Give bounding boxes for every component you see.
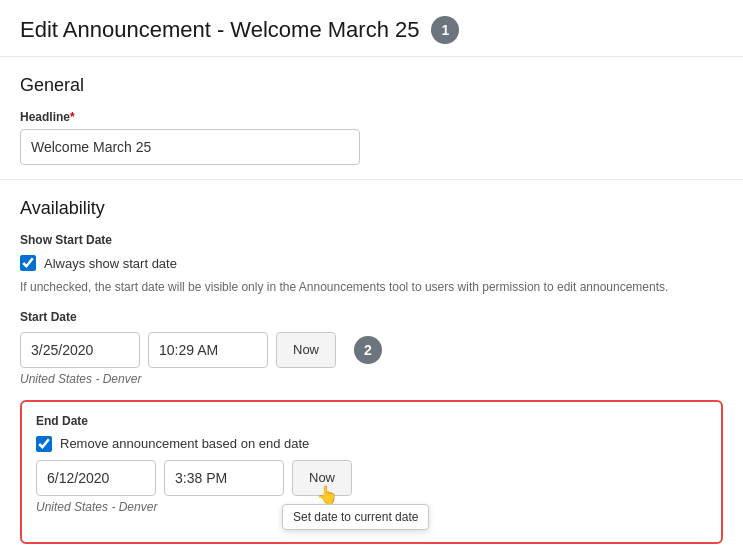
start-date-label: Start Date	[20, 310, 723, 324]
start-timezone: United States - Denver	[20, 372, 723, 386]
end-now-wrapper: Now 👆 Set date to current date	[292, 460, 352, 496]
hint-text: If unchecked, the start date will be vis…	[20, 279, 680, 296]
remove-end-label[interactable]: Remove announcement based on end date	[60, 436, 309, 451]
page-header: Edit Announcement - Welcome March 25 1	[0, 0, 743, 57]
start-date-row: Now 2	[20, 332, 723, 368]
end-time-input[interactable]	[164, 460, 284, 496]
general-section: General Headline*	[0, 57, 743, 179]
page-container: Edit Announcement - Welcome March 25 1 G…	[0, 0, 743, 559]
end-now-button[interactable]: Now	[292, 460, 352, 496]
always-show-row: Always show start date	[20, 255, 723, 271]
availability-section: Availability Show Start Date Always show…	[0, 180, 743, 559]
always-show-checkbox[interactable]	[20, 255, 36, 271]
tooltip: Set date to current date	[282, 504, 429, 530]
remove-announcement-row: Remove announcement based on end date	[36, 436, 707, 452]
end-date-row: Now 👆 Set date to current date	[36, 460, 707, 496]
page-title: Edit Announcement - Welcome March 25	[20, 17, 419, 43]
start-now-button[interactable]: Now	[276, 332, 336, 368]
end-date-input[interactable]	[36, 460, 156, 496]
end-date-box: End Date Remove announcement based on en…	[20, 400, 723, 544]
remove-end-checkbox[interactable]	[36, 436, 52, 452]
badge-1: 1	[431, 16, 459, 44]
general-section-title: General	[20, 75, 723, 96]
badge-2: 2	[354, 336, 382, 364]
availability-section-title: Availability	[20, 198, 723, 219]
end-date-label: End Date	[36, 414, 707, 428]
show-start-date-label: Show Start Date	[20, 233, 723, 247]
start-date-input[interactable]	[20, 332, 140, 368]
headline-input[interactable]	[20, 129, 360, 165]
headline-label: Headline*	[20, 110, 723, 124]
start-time-input[interactable]	[148, 332, 268, 368]
always-show-label[interactable]: Always show start date	[44, 256, 177, 271]
